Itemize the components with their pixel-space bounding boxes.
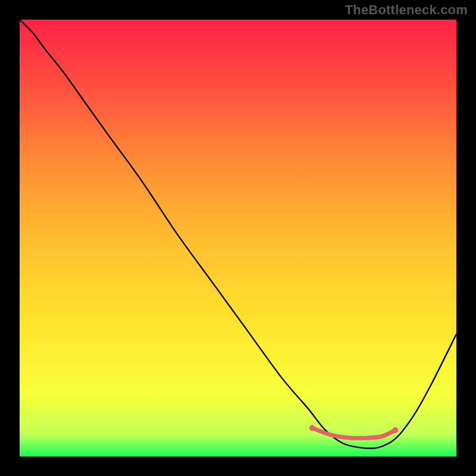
svg-rect-0: [20, 20, 456, 456]
gradient-background: [20, 20, 456, 456]
watermark-text: TheBottleneck.com: [345, 2, 468, 18]
